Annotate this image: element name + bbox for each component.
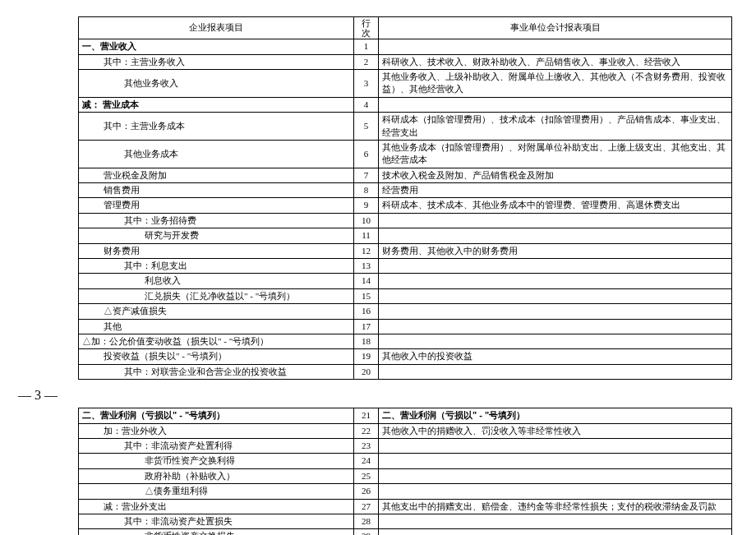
- table-row: 其中：主营业务收入2科研收入、技术收入、财政补助收入、产品销售收入、事业收入、经…: [79, 54, 732, 69]
- cell-rownum: 23: [354, 438, 379, 453]
- table-row: 管理费用9科研成本、技术成本、其他业务成本中的管理费、管理费用、高退休费支出: [79, 198, 732, 213]
- page-container: 企业报表项目 行次 事业单位会计报表项目 一、营业收入1其中：主营业务收入2科研…: [0, 0, 756, 535]
- cell-rownum: 20: [354, 364, 379, 379]
- cell-mapping: [379, 364, 732, 379]
- cell-rownum: 10: [354, 213, 379, 228]
- cell-mapping: [379, 274, 732, 288]
- cell-mapping: 技术收入税金及附加、产品销售税金及附加: [379, 168, 732, 182]
- cell-item: 其他业务成本: [79, 140, 354, 168]
- table-row: 营业税金及附加7技术收入税金及附加、产品销售税金及附加: [79, 168, 732, 182]
- cell-mapping: [379, 438, 732, 453]
- cell-item: △加：公允价值变动收益（损失以" - "号填列）: [79, 334, 354, 349]
- table-row: 其中：主营业务成本5科研成本（扣除管理费用）、技术成本（扣除管理费用）、产品销售…: [79, 113, 732, 141]
- cell-mapping: [379, 259, 732, 274]
- cell-rownum: 3: [354, 69, 379, 97]
- cell-rownum: 13: [354, 259, 379, 274]
- cell-mapping: 财务费用、其他收入中的财务费用: [379, 243, 732, 258]
- header-col1: 企业报表项目: [79, 17, 354, 39]
- table-row: 一、营业收入1: [79, 39, 732, 54]
- cell-rownum: 24: [354, 454, 379, 468]
- table-top: 企业报表项目 行次 事业单位会计报表项目 一、营业收入1其中：主营业务收入2科研…: [78, 16, 732, 380]
- cell-item: 研究与开发费: [79, 228, 354, 243]
- cell-item: 其中：主营业务收入: [79, 54, 354, 69]
- table-row: 政府补助（补贴收入）25: [79, 468, 732, 483]
- cell-item: 一、营业收入: [79, 39, 354, 54]
- cell-item: 汇兑损失（汇兑净收益以" - "号填列）: [79, 288, 354, 303]
- cell-rownum: 27: [354, 499, 379, 514]
- cell-mapping: [379, 514, 732, 528]
- table-row: 非货币性资产交换利得24: [79, 454, 732, 468]
- table-row: △资产减值损失16: [79, 304, 732, 319]
- cell-mapping: [379, 228, 732, 243]
- cell-rownum: 19: [354, 349, 379, 364]
- cell-rownum: 9: [354, 198, 379, 213]
- cell-item: 管理费用: [79, 198, 354, 213]
- table-row: 其他业务成本6其他业务成本（扣除管理费用）、对附属单位补助支出、上缴上级支出、其…: [79, 140, 732, 168]
- cell-mapping: 二、营业利润（亏损以" - "号填列）: [379, 408, 732, 423]
- cell-item: 其中：主营业务成本: [79, 113, 354, 141]
- table-row: 减： 营业成本4: [79, 97, 732, 112]
- cell-rownum: 22: [354, 423, 379, 438]
- cell-mapping: [379, 39, 732, 54]
- cell-rownum: 15: [354, 288, 379, 303]
- cell-mapping: [379, 334, 732, 349]
- cell-mapping: 其他业务成本（扣除管理费用）、对附属单位补助支出、上缴上级支出、其他支出、其他经…: [379, 140, 732, 168]
- table-row: △加：公允价值变动收益（损失以" - "号填列）18: [79, 334, 732, 349]
- table-row: 非货币性资产交换损失29: [79, 529, 732, 535]
- cell-rownum: 16: [354, 304, 379, 319]
- cell-rownum: 2: [354, 54, 379, 69]
- cell-item: 其中：利息支出: [79, 259, 354, 274]
- cell-mapping: [379, 454, 732, 468]
- cell-rownum: 26: [354, 484, 379, 499]
- cell-rownum: 25: [354, 468, 379, 483]
- cell-mapping: 其他收入中的捐赠收入、罚没收入等非经常性收入: [379, 423, 732, 438]
- cell-item: 减： 营业成本: [79, 97, 354, 112]
- table-row: 其中：非流动资产处置损失28: [79, 514, 732, 528]
- cell-item: 其中：对联营企业和合营企业的投资收益: [79, 364, 354, 379]
- cell-item: 其中：非流动资产处置损失: [79, 514, 354, 528]
- table-row: 其中：业务招待费10: [79, 213, 732, 228]
- cell-rownum: 8: [354, 183, 379, 198]
- cell-item: △资产减值损失: [79, 304, 354, 319]
- cell-item: △债务重组利得: [79, 484, 354, 499]
- cell-rownum: 29: [354, 529, 379, 535]
- cell-mapping: [379, 288, 732, 303]
- table-row: 汇兑损失（汇兑净收益以" - "号填列）15: [79, 288, 732, 303]
- table-row: 利息收入14: [79, 274, 732, 288]
- cell-item: 二、营业利润（亏损以" - "号填列）: [79, 408, 354, 423]
- cell-rownum: 21: [354, 408, 379, 423]
- table-row: 二、营业利润（亏损以" - "号填列）21二、营业利润（亏损以" - "号填列）: [79, 408, 732, 423]
- cell-rownum: 6: [354, 140, 379, 168]
- cell-mapping: 其他收入中的投资收益: [379, 349, 732, 364]
- table-row: 研究与开发费11: [79, 228, 732, 243]
- cell-item: 减：营业外支出: [79, 499, 354, 514]
- cell-mapping: [379, 213, 732, 228]
- table-row: 财务费用12财务费用、其他收入中的财务费用: [79, 243, 732, 258]
- cell-item: 投资收益（损失以" - "号填列）: [79, 349, 354, 364]
- cell-item: 政府补助（补贴收入）: [79, 468, 354, 483]
- table-row: 其他17: [79, 319, 732, 334]
- table-row: 投资收益（损失以" - "号填列）19其他收入中的投资收益: [79, 349, 732, 364]
- cell-mapping: [379, 304, 732, 319]
- table-row: 其他业务收入3其他业务收入、上级补助收入、附属单位上缴收入、其他收入（不含财务费…: [79, 69, 732, 97]
- cell-item: 其他: [79, 319, 354, 334]
- cell-item: 非货币性资产交换利得: [79, 454, 354, 468]
- cell-item: 非货币性资产交换损失: [79, 529, 354, 535]
- cell-rownum: 17: [354, 319, 379, 334]
- cell-rownum: 11: [354, 228, 379, 243]
- page-number-marker: — 3 —: [18, 388, 756, 403]
- cell-item: 其他业务收入: [79, 69, 354, 97]
- cell-mapping: 科研成本（扣除管理费用）、技术成本（扣除管理费用）、产品销售成本、事业支出、经营…: [379, 113, 732, 141]
- cell-item: 营业税金及附加: [79, 168, 354, 182]
- cell-item: 加：营业外收入: [79, 423, 354, 438]
- cell-rownum: 14: [354, 274, 379, 288]
- cell-rownum: 18: [354, 334, 379, 349]
- table-row: 销售费用8经营费用: [79, 183, 732, 198]
- table-row: 减：营业外支出27其他支出中的捐赠支出、赔偿金、违约金等非经常性损失；支付的税收…: [79, 499, 732, 514]
- cell-item: 其中：业务招待费: [79, 213, 354, 228]
- cell-mapping: 其他支出中的捐赠支出、赔偿金、违约金等非经常性损失；支付的税收滞纳金及罚款: [379, 499, 732, 514]
- table-row: 其中：利息支出13: [79, 259, 732, 274]
- cell-mapping: 经营费用: [379, 183, 732, 198]
- cell-mapping: [379, 468, 732, 483]
- cell-mapping: 科研成本、技术成本、其他业务成本中的管理费、管理费用、高退休费支出: [379, 198, 732, 213]
